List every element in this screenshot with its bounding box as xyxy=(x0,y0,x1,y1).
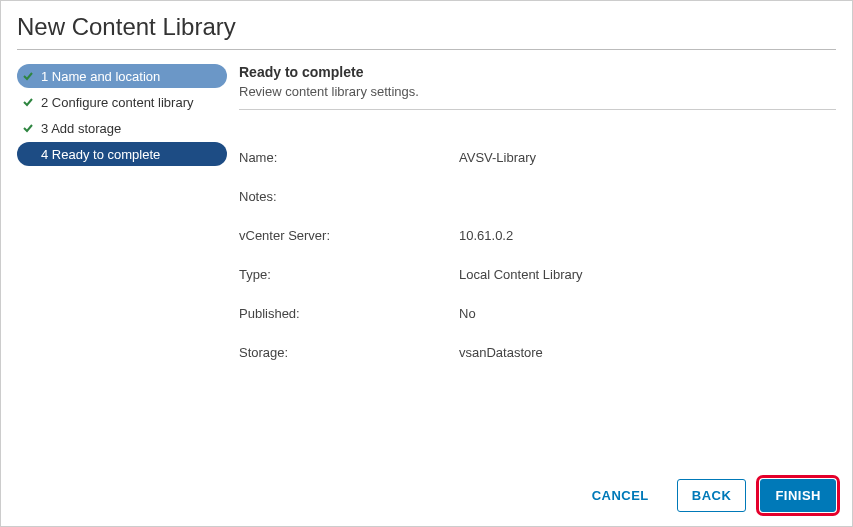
dialog-title: New Content Library xyxy=(17,13,836,49)
wizard-step-label: 4 Ready to complete xyxy=(41,147,223,162)
summary-value-published: No xyxy=(459,306,836,321)
check-icon xyxy=(21,96,35,108)
wizard-step-label: 2 Configure content library xyxy=(41,95,223,110)
content-header: Ready to complete Review content library… xyxy=(239,64,836,110)
summary-value-storage: vsanDatastore xyxy=(459,345,836,360)
wizard-step-label: 1 Name and location xyxy=(41,69,223,84)
dialog-body: 1 Name and location 2 Configure content … xyxy=(17,64,836,465)
wizard-step-ready-to-complete[interactable]: 4 Ready to complete xyxy=(17,142,227,166)
summary-value-notes xyxy=(459,189,836,204)
check-icon xyxy=(21,70,35,82)
wizard-sidebar: 1 Name and location 2 Configure content … xyxy=(17,64,227,465)
summary-key-storage: Storage: xyxy=(239,345,459,360)
title-divider xyxy=(17,49,836,50)
summary-key-vcenter: vCenter Server: xyxy=(239,228,459,243)
summary-details: Name: AVSV-Library Notes: vCenter Server… xyxy=(239,150,836,360)
wizard-step-label: 3 Add storage xyxy=(41,121,223,136)
summary-key-notes: Notes: xyxy=(239,189,459,204)
check-icon xyxy=(21,122,35,134)
new-content-library-dialog: New Content Library 1 Name and location … xyxy=(0,0,853,527)
content-title: Ready to complete xyxy=(239,64,836,80)
summary-key-published: Published: xyxy=(239,306,459,321)
wizard-content: Ready to complete Review content library… xyxy=(239,64,836,465)
finish-button[interactable]: FINISH xyxy=(760,479,836,512)
wizard-step-add-storage[interactable]: 3 Add storage xyxy=(17,116,227,140)
summary-value-type: Local Content Library xyxy=(459,267,836,282)
wizard-step-configure-library[interactable]: 2 Configure content library xyxy=(17,90,227,114)
summary-value-vcenter: 10.61.0.2 xyxy=(459,228,836,243)
back-button[interactable]: BACK xyxy=(677,479,747,512)
dialog-footer: CANCEL BACK FINISH xyxy=(17,465,836,512)
summary-key-name: Name: xyxy=(239,150,459,165)
cancel-button[interactable]: CANCEL xyxy=(578,480,663,511)
summary-value-name: AVSV-Library xyxy=(459,150,836,165)
content-subtitle: Review content library settings. xyxy=(239,84,836,99)
wizard-step-name-location[interactable]: 1 Name and location xyxy=(17,64,227,88)
summary-key-type: Type: xyxy=(239,267,459,282)
